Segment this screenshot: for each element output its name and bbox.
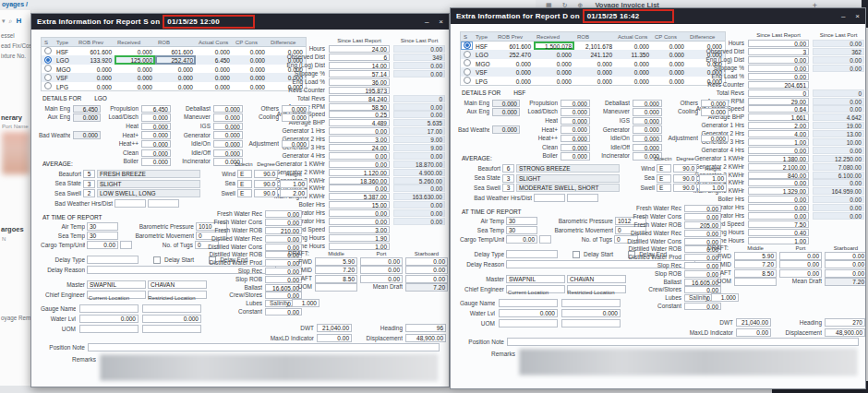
- radio-lpg[interactable]: [44, 82, 52, 89]
- detail-field[interactable]: 0.000: [282, 140, 309, 149]
- draft-value[interactable]: 0.00: [360, 266, 403, 274]
- average-scale-value[interactable]: 3: [502, 174, 514, 183]
- fuel-row-radio-cell[interactable]: [461, 42, 473, 51]
- stat-report-value[interactable]: 3.00: [329, 226, 390, 233]
- maxld-value[interactable]: 0.00: [317, 334, 352, 342]
- weather-height[interactable]: 1.00: [699, 174, 727, 183]
- water-value[interactable]: 0.00: [265, 210, 302, 218]
- uom-field[interactable]: [734, 278, 777, 286]
- stat-report-value[interactable]: 2.00: [748, 122, 809, 129]
- delay-start-checkbox[interactable]: [573, 251, 580, 258]
- location-restricted-value[interactable]: [142, 304, 201, 313]
- weather-direction[interactable]: E: [237, 189, 252, 197]
- cargo-unit-field[interactable]: [120, 241, 132, 249]
- detail-field[interactable]: 6.450: [141, 105, 171, 113]
- stat-report-value[interactable]: 36.00: [329, 78, 390, 86]
- detail-field[interactable]: 0.000: [561, 100, 590, 108]
- fuel-row-radio-cell[interactable]: [42, 47, 54, 56]
- stat-report-value[interactable]: 0.00: [748, 40, 809, 47]
- detail-field[interactable]: 0.000: [633, 100, 662, 108]
- water-value[interactable]: 0.00: [684, 205, 721, 212]
- dialog-titlebar[interactable]: Extra Information for Report S on 01/15/…: [31, 14, 449, 30]
- fuel-row-radio-cell[interactable]: [42, 55, 54, 65]
- position-note-field[interactable]: [88, 343, 440, 351]
- water-value[interactable]: 0.00: [684, 303, 721, 310]
- stat-report-value[interactable]: 0.00: [329, 152, 390, 160]
- draft-value[interactable]: 8.50: [315, 275, 357, 283]
- draft-value[interactable]: 5.90: [734, 252, 777, 260]
- average-scale-value[interactable]: 6: [502, 164, 514, 173]
- master-first-name[interactable]: SWAPNIL: [87, 280, 146, 289]
- salinity-field[interactable]: 1.000: [711, 293, 739, 302]
- detail-field[interactable]: 0.000: [141, 123, 171, 131]
- salinity-field[interactable]: 1.000: [292, 299, 319, 307]
- stat-report-value[interactable]: 24.00: [329, 45, 390, 53]
- stat-report-value[interactable]: 0.00: [748, 65, 809, 72]
- bad-weather-hrs[interactable]: [115, 199, 146, 208]
- maxld-value[interactable]: 0.00: [736, 328, 771, 337]
- bad-weather-dist[interactable]: [148, 199, 179, 208]
- detail-field[interactable]: 0.000: [213, 113, 243, 122]
- dialog-titlebar[interactable]: Extra Information for Report D on 01/15/…: [451, 8, 865, 24]
- location-current-value[interactable]: 0.000: [499, 309, 558, 317]
- radio-vsf[interactable]: [44, 74, 52, 81]
- fuel-row-radio-cell[interactable]: [461, 77, 473, 86]
- draft-value[interactable]: 0.00: [405, 266, 448, 274]
- detail-field[interactable]: 0.000: [492, 125, 520, 134]
- detail-field[interactable]: 0.000: [633, 144, 662, 152]
- detail-field[interactable]: 0.000: [633, 117, 662, 125]
- detail-field[interactable]: 0.000: [141, 113, 171, 122]
- stat-report-value[interactable]: 0.00: [748, 73, 809, 80]
- draft-value[interactable]: 7.20: [315, 266, 357, 274]
- average-description[interactable]: SLIGHT: [516, 174, 620, 183]
- stat-report-value[interactable]: 1,661: [748, 113, 809, 121]
- average-description[interactable]: STRONG BREEZE: [516, 164, 620, 173]
- draft-value[interactable]: 0.00: [825, 252, 865, 260]
- draft-value[interactable]: 0.00: [779, 260, 822, 268]
- stat-report-value[interactable]: 0.40: [748, 229, 809, 236]
- breadcrumb[interactable]: oyages /: [2, 1, 28, 7]
- detail-field[interactable]: 0.000: [141, 131, 171, 139]
- detail-field[interactable]: 0.000: [701, 108, 729, 116]
- location-current-value[interactable]: [79, 304, 139, 313]
- weather-height[interactable]: 1.00: [699, 184, 727, 192]
- uom-field[interactable]: [315, 283, 357, 292]
- detail-field[interactable]: 0.000: [213, 140, 243, 149]
- weather-direction[interactable]: E: [657, 164, 671, 173]
- radio-vsf[interactable]: [464, 68, 471, 76]
- detail-field[interactable]: 0.000: [561, 135, 590, 143]
- heading-value[interactable]: 270: [825, 318, 865, 327]
- draft-value[interactable]: 0.00: [779, 252, 822, 260]
- water-value[interactable]: 205.00: [684, 221, 721, 229]
- detail-field[interactable]: 0.000: [492, 108, 520, 116]
- detail-field[interactable]: 0.000: [282, 113, 309, 122]
- search-icon[interactable]: ⌕: [9, 18, 13, 25]
- partial-button[interactable]: H: [16, 17, 21, 25]
- weather-degree[interactable]: 90.0: [673, 164, 697, 173]
- sea-temp-field[interactable]: 30: [506, 226, 537, 234]
- weather-degree[interactable]: 90.0: [673, 184, 697, 192]
- fuel-row-radio-cell[interactable]: [42, 82, 54, 91]
- weather-degree[interactable]: 90.0: [254, 189, 278, 197]
- weather-degree[interactable]: 90.0: [254, 170, 278, 178]
- bad-weather-dist[interactable]: [567, 194, 598, 202]
- detail-field[interactable]: 0.000: [633, 125, 662, 134]
- radio-lpg[interactable]: [464, 77, 471, 84]
- draft-value[interactable]: 8.50: [734, 269, 777, 278]
- stat-report-value[interactable]: 1.00: [748, 138, 809, 146]
- detail-field[interactable]: 0.000: [213, 105, 243, 113]
- draft-value[interactable]: 0.00: [825, 260, 865, 268]
- detail-field[interactable]: 0.000: [633, 108, 662, 116]
- stat-report-value[interactable]: 0.64: [748, 105, 809, 113]
- radio-lgo[interactable]: [464, 51, 471, 58]
- stat-report-value[interactable]: 84,240: [329, 95, 390, 102]
- weather-direction[interactable]: E: [657, 174, 671, 183]
- stat-report-value[interactable]: 195,873: [329, 87, 390, 94]
- radio-mgo[interactable]: [464, 59, 471, 66]
- position-note-field[interactable]: [507, 338, 859, 346]
- chevron-down-icon[interactable]: ▾: [2, 18, 6, 25]
- stat-report-value[interactable]: 0.00: [329, 127, 390, 135]
- location-restricted-value[interactable]: [561, 299, 621, 307]
- water-value[interactable]: 0.00: [684, 230, 721, 237]
- air-temp-field[interactable]: 30: [87, 222, 118, 231]
